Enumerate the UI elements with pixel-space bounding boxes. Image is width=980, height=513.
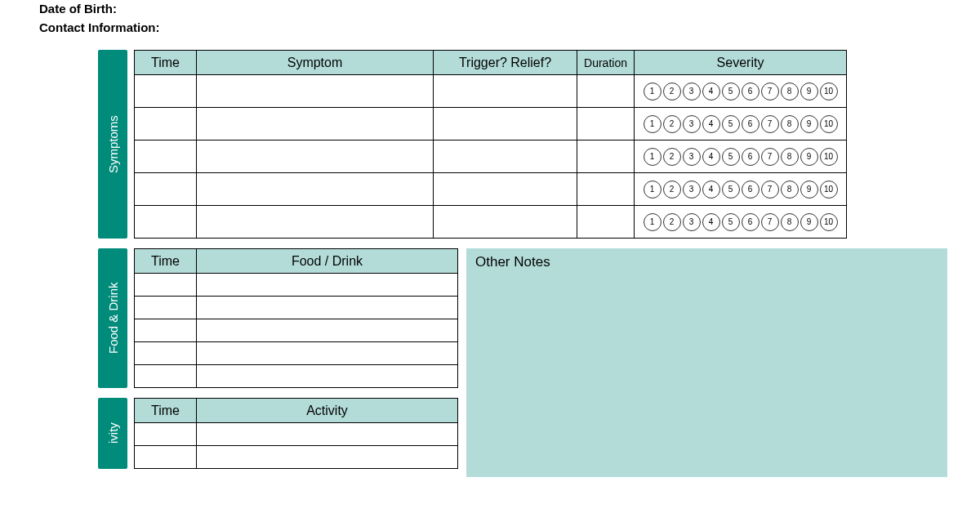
severity-dot[interactable]: 6 [742, 83, 760, 100]
activity-tab: ivity [98, 398, 127, 469]
cell[interactable] [197, 446, 458, 469]
severity-cell: 12345678910 [635, 108, 847, 141]
col-time: Time [135, 51, 197, 75]
other-notes-label: Other Notes [475, 254, 550, 270]
severity-dot[interactable]: 7 [761, 213, 779, 231]
severity-dot[interactable]: 2 [663, 115, 681, 133]
severity-dot[interactable]: 5 [722, 83, 740, 100]
severity-dot[interactable]: 5 [722, 115, 740, 133]
activity-table: Time Activity [134, 398, 458, 469]
severity-dot[interactable]: 6 [742, 213, 760, 231]
severity-dot[interactable]: 9 [800, 115, 818, 133]
severity-dot[interactable]: 8 [781, 181, 799, 199]
severity-dot[interactable]: 3 [683, 148, 701, 166]
severity-dot[interactable]: 2 [663, 213, 681, 231]
table-row: 12345678910 [135, 141, 847, 173]
cell[interactable] [577, 206, 635, 239]
cell[interactable] [135, 319, 197, 342]
cell[interactable] [135, 297, 197, 319]
cell[interactable] [577, 108, 635, 141]
severity-dot[interactable]: 3 [683, 115, 701, 133]
severity-dot[interactable]: 7 [761, 148, 779, 166]
cell[interactable] [197, 141, 434, 173]
table-row [135, 319, 458, 342]
severity-dot[interactable]: 1 [644, 83, 662, 100]
cell[interactable] [135, 206, 197, 239]
severity-dot[interactable]: 5 [722, 148, 740, 166]
severity-dot[interactable]: 8 [781, 148, 799, 166]
col-duration: Duration [577, 51, 635, 75]
severity-dot[interactable]: 9 [800, 83, 818, 100]
cell[interactable] [135, 75, 197, 108]
severity-dot[interactable]: 10 [820, 83, 838, 100]
cell[interactable] [135, 423, 197, 446]
cell[interactable] [197, 365, 458, 388]
severity-dot[interactable]: 2 [663, 148, 681, 166]
severity-dot[interactable]: 4 [702, 148, 720, 166]
severity-dot[interactable]: 4 [702, 115, 720, 133]
cell[interactable] [135, 141, 197, 173]
cell[interactable] [135, 446, 197, 469]
cell[interactable] [577, 173, 635, 206]
cell[interactable] [197, 75, 434, 108]
severity-dot[interactable]: 4 [702, 213, 720, 231]
cell[interactable] [577, 141, 635, 173]
cell[interactable] [135, 365, 197, 388]
cell[interactable] [135, 342, 197, 365]
symptoms-tab: Symptoms [98, 50, 127, 239]
severity-dot[interactable]: 10 [820, 115, 838, 133]
severity-dot[interactable]: 7 [761, 115, 779, 133]
severity-dot[interactable]: 3 [683, 213, 701, 231]
cell[interactable] [434, 173, 577, 206]
severity-dot[interactable]: 10 [820, 213, 838, 231]
severity-dot[interactable]: 9 [800, 181, 818, 199]
severity-dot[interactable]: 8 [781, 83, 799, 100]
severity-dot[interactable]: 1 [644, 148, 662, 166]
severity-dot[interactable]: 5 [722, 181, 740, 199]
cell[interactable] [197, 297, 458, 319]
severity-dot[interactable]: 2 [663, 83, 681, 100]
severity-dot[interactable]: 10 [820, 148, 838, 166]
severity-dot[interactable]: 3 [683, 83, 701, 100]
cell[interactable] [197, 206, 434, 239]
severity-cell: 12345678910 [635, 206, 847, 239]
cell[interactable] [135, 173, 197, 206]
severity-dot[interactable]: 3 [683, 181, 701, 199]
cell[interactable] [197, 423, 458, 446]
cell[interactable] [577, 75, 635, 108]
cell[interactable] [197, 274, 458, 297]
table-row [135, 342, 458, 365]
severity-dot[interactable]: 9 [800, 213, 818, 231]
contact-label: Contact Information: [39, 19, 947, 38]
cell[interactable] [197, 319, 458, 342]
cell[interactable] [434, 75, 577, 108]
cell[interactable] [434, 206, 577, 239]
cell[interactable] [434, 141, 577, 173]
severity-dot[interactable]: 7 [761, 83, 779, 100]
table-row [135, 274, 458, 297]
severity-dot[interactable]: 2 [663, 181, 681, 199]
severity-dot[interactable]: 6 [742, 148, 760, 166]
severity-dot[interactable]: 1 [644, 181, 662, 199]
cell[interactable] [135, 274, 197, 297]
severity-dot[interactable]: 7 [761, 181, 779, 199]
severity-dot[interactable]: 8 [781, 115, 799, 133]
severity-dot[interactable]: 4 [702, 181, 720, 199]
cell[interactable] [135, 108, 197, 141]
cell[interactable] [197, 342, 458, 365]
cell[interactable] [197, 173, 434, 206]
severity-dot[interactable]: 6 [742, 115, 760, 133]
table-row [135, 446, 458, 469]
severity-dot[interactable]: 10 [820, 181, 838, 199]
severity-dot[interactable]: 9 [800, 148, 818, 166]
cell[interactable] [197, 108, 434, 141]
severity-dot[interactable]: 5 [722, 213, 740, 231]
severity-dot[interactable]: 6 [742, 181, 760, 199]
severity-dot[interactable]: 4 [702, 83, 720, 100]
cell[interactable] [434, 108, 577, 141]
severity-dot[interactable]: 8 [781, 213, 799, 231]
severity-dot[interactable]: 1 [644, 213, 662, 231]
table-row: 12345678910 [135, 108, 847, 141]
severity-dot[interactable]: 1 [644, 115, 662, 133]
other-notes-box[interactable]: Other Notes [466, 248, 947, 477]
